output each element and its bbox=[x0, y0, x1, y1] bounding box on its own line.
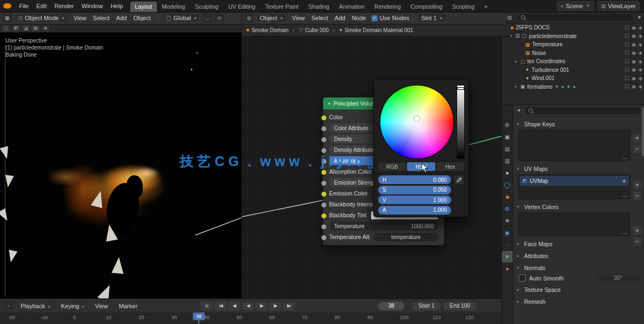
hide-in-viewport-icon[interactable]: ◉ bbox=[631, 25, 636, 30]
node-socket[interactable] bbox=[321, 137, 327, 143]
resize-grip[interactable]: ••• bbox=[622, 156, 628, 161]
node-socket[interactable] bbox=[321, 126, 327, 132]
exclude-checkbox[interactable]: ☐ bbox=[624, 25, 629, 30]
frame-end-field[interactable]: End 100 bbox=[443, 302, 476, 310]
attribute-field[interactable]: temperature bbox=[373, 233, 439, 241]
transport-button[interactable]: ◀ bbox=[242, 302, 254, 310]
remove-button[interactable]: − bbox=[633, 144, 642, 154]
disable-in-render-icon[interactable]: ◈ bbox=[639, 76, 642, 81]
node-socket[interactable] bbox=[321, 180, 327, 186]
transform-orientation[interactable]: ◯ Global ▾ bbox=[162, 13, 201, 23]
breadcrumb-item[interactable]: ▽ Cube 000 bbox=[290, 27, 329, 33]
menu-item[interactable]: Edit bbox=[33, 1, 51, 11]
viewport-menu-item[interactable]: Object bbox=[130, 14, 154, 22]
node-socket[interactable] bbox=[321, 202, 327, 208]
section-face-maps[interactable]: ▸ Face Maps bbox=[513, 239, 644, 248]
hide-in-viewport-icon[interactable]: ◉ bbox=[631, 33, 636, 39]
marker-menu[interactable]: Marker bbox=[116, 302, 141, 310]
properties-tab[interactable]: ● bbox=[502, 263, 513, 274]
disclosure-icon[interactable]: ▸ bbox=[514, 59, 518, 64]
menu-item[interactable]: Render bbox=[51, 1, 78, 11]
properties-search-input[interactable] bbox=[525, 106, 641, 115]
node-socket[interactable] bbox=[321, 191, 327, 197]
resize-grip[interactable]: ••• bbox=[622, 231, 628, 236]
properties-tab[interactable]: ▤ bbox=[502, 143, 513, 155]
scrollbar[interactable] bbox=[642, 107, 644, 156]
exclude-checkbox[interactable]: ☐ bbox=[624, 42, 629, 47]
outliner-search-input[interactable] bbox=[517, 13, 634, 22]
outliner-row[interactable]: ☑ ▦ Temperature ☐ ◉ ◈ bbox=[502, 40, 644, 49]
breadcrumb-item[interactable]: ● Smoke Domain Material 001 bbox=[330, 27, 413, 33]
outliner-row[interactable]: ▸ ☑ ▢ tex Coordinates ☐ ◉ ◈ bbox=[502, 57, 644, 66]
workspace-tab[interactable]: Animation bbox=[334, 2, 369, 12]
unlink-icon[interactable]: ✕ bbox=[586, 3, 591, 9]
playhead[interactable]: 38 bbox=[193, 313, 205, 324]
node-socket[interactable] bbox=[321, 115, 327, 121]
filter-icon[interactable]: ▼ bbox=[637, 15, 642, 20]
transport-button[interactable]: ▶| bbox=[283, 302, 295, 310]
disable-in-render-icon[interactable]: ◈ bbox=[639, 84, 642, 89]
view-layer-selector[interactable]: ▥ ViewLayer bbox=[597, 1, 640, 11]
socket-field[interactable]: Temperature 1000.000 bbox=[329, 222, 439, 230]
vertex-colors-list[interactable]: ••• bbox=[518, 212, 630, 236]
snap-icon[interactable]: ◡ bbox=[202, 14, 212, 22]
scene-selector[interactable]: ◐ Scene ✕ bbox=[557, 1, 594, 11]
outliner-row[interactable]: ☑ ✦ Turbulence 001 ☐ ◉ ◈ bbox=[502, 66, 644, 75]
workspace-tab[interactable]: + bbox=[479, 2, 493, 12]
workspace-tab[interactable]: Shading bbox=[303, 2, 335, 12]
editor-type-icon[interactable]: ◍ bbox=[244, 14, 254, 22]
disable-in-render-icon[interactable]: ◈ bbox=[639, 42, 642, 47]
material-slot-selector[interactable]: Slot 1 ▾ bbox=[417, 13, 446, 23]
properties-tab[interactable]: ▥ bbox=[502, 155, 513, 167]
section-vertex-colors[interactable]: ▾ Vertex Colors bbox=[513, 202, 644, 211]
node-socket-row[interactable]: Temperature Temperature 1000.000 1000.00… bbox=[323, 221, 444, 231]
remove-button[interactable]: − bbox=[633, 191, 642, 200]
editor-type-icon[interactable]: ◔ bbox=[3, 302, 13, 310]
menu-item[interactable]: Help bbox=[107, 1, 127, 11]
tool-icon[interactable]: ◈ bbox=[41, 25, 50, 32]
transport-button[interactable]: ▶ bbox=[256, 302, 268, 310]
properties-tab[interactable]: ◌ bbox=[502, 239, 513, 250]
workspace-tab[interactable]: Layout bbox=[130, 2, 157, 12]
tool-icon[interactable]: ▢ bbox=[2, 25, 10, 32]
outliner-row[interactable]: ☑ ✦ Wind.001 ☐ ◉ ◈ bbox=[502, 74, 644, 83]
hide-in-viewport-icon[interactable]: ◉ bbox=[631, 84, 636, 89]
viewport-menu-item[interactable]: View bbox=[70, 14, 90, 22]
node-socket[interactable] bbox=[321, 235, 327, 241]
proportional-edit-icon[interactable]: ◎ bbox=[214, 14, 224, 22]
hide-in-viewport-icon[interactable]: ◉ bbox=[631, 67, 636, 72]
color-wheel[interactable] bbox=[380, 85, 454, 159]
picker-slider[interactable]: A 1.000 bbox=[378, 206, 451, 215]
uv-map-item[interactable]: ◩ UVMap ◈ bbox=[520, 176, 629, 186]
menu-item[interactable]: Window bbox=[78, 1, 107, 11]
value-slider[interactable] bbox=[457, 85, 465, 159]
properties-tab[interactable]: ✳ bbox=[502, 215, 513, 227]
properties-tab[interactable]: ■ bbox=[502, 191, 513, 203]
transport-button[interactable]: ◀| bbox=[228, 302, 240, 310]
exclude-checkbox[interactable]: ☐ bbox=[624, 84, 629, 89]
disclosure-icon[interactable]: ▸ bbox=[514, 84, 518, 89]
mode-selector[interactable]: ◳ Object Mode ▾ bbox=[14, 13, 68, 23]
section-shape-keys[interactable]: ▾ Shape Keys bbox=[513, 119, 644, 129]
transport-button[interactable]: |◀ bbox=[215, 302, 227, 310]
properties-tab[interactable]: ▼ bbox=[502, 251, 513, 262]
shader-menu-item[interactable]: Add bbox=[331, 14, 349, 22]
shader-menu-item[interactable]: Node bbox=[349, 14, 369, 22]
auto-keying-icon[interactable]: ◎ bbox=[201, 302, 212, 310]
render-camera-icon[interactable]: ◈ bbox=[622, 178, 626, 184]
transport-button[interactable]: |▶ bbox=[269, 302, 281, 310]
value-slider-handle[interactable] bbox=[457, 87, 464, 90]
remove-button[interactable]: − bbox=[633, 237, 642, 246]
exclude-checkbox[interactable]: ☐ bbox=[624, 59, 629, 64]
outliner-row[interactable]: ▾ ☑ ▢ particledemonstrate ☐ ◉ ◈ bbox=[502, 32, 644, 41]
workspace-tab[interactable]: Scripting bbox=[447, 2, 479, 12]
uv-maps-list[interactable]: ◩ UVMap ◈ ••• bbox=[518, 174, 630, 199]
disable-in-render-icon[interactable]: ◈ bbox=[639, 67, 642, 72]
properties-tab[interactable]: ▣ bbox=[502, 131, 513, 143]
workspace-tab[interactable]: Compositing bbox=[406, 2, 447, 12]
properties-tab[interactable]: ◉ bbox=[502, 227, 513, 239]
tool-icon[interactable]: ◩ bbox=[12, 25, 20, 32]
checkbox-icon[interactable]: ☑ bbox=[515, 33, 520, 39]
menu-item[interactable]: File bbox=[15, 1, 33, 11]
editor-type-icon[interactable]: ▦ bbox=[2, 14, 12, 22]
